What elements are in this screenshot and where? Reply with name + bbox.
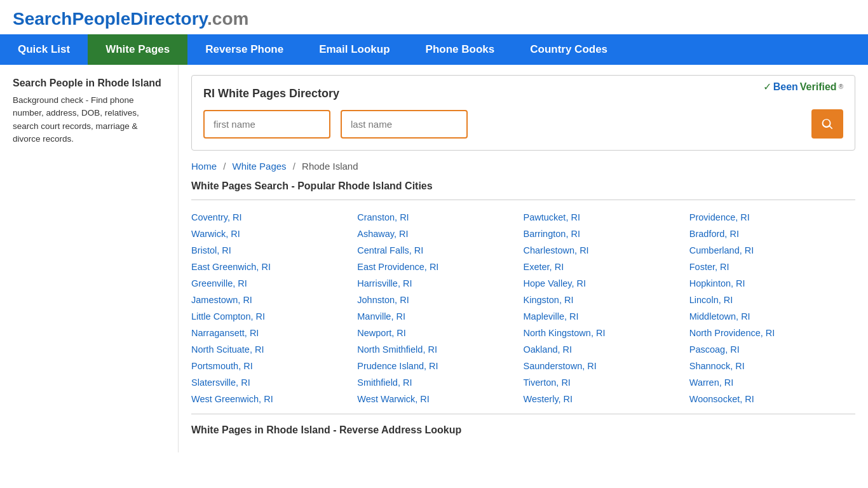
city-link[interactable]: Johnston, RI — [357, 293, 523, 307]
city-link[interactable]: Exeter, RI — [524, 260, 689, 274]
reverse-address-section: White Pages in Rhode Island - Reverse Ad… — [191, 424, 855, 436]
logo-gray: .com — [207, 9, 248, 29]
search-title: RI White Pages Directory — [203, 87, 339, 100]
city-link[interactable]: Providence, RI — [689, 210, 855, 224]
sidebar: Search People in Rhode Island Background… — [0, 65, 178, 452]
city-link[interactable]: Pawtucket, RI — [524, 210, 689, 224]
city-link[interactable]: Newport, RI — [357, 326, 523, 340]
main-nav: Quick List White Pages Reverse Phone Ema… — [0, 34, 868, 65]
city-link[interactable]: Slatersville, RI — [191, 376, 357, 390]
city-link[interactable]: Coventry, RI — [191, 210, 357, 224]
city-link[interactable]: Smithfield, RI — [357, 376, 523, 390]
city-link[interactable]: Pascoag, RI — [689, 342, 855, 356]
city-link[interactable]: Jamestown, RI — [191, 293, 357, 307]
search-form — [203, 109, 843, 139]
city-link[interactable]: Bradford, RI — [689, 227, 855, 241]
city-link[interactable]: Central Falls, RI — [357, 243, 523, 257]
first-name-input[interactable] — [203, 110, 330, 139]
breadcrumb-home[interactable]: Home — [191, 161, 217, 172]
city-link[interactable]: East Greenwich, RI — [191, 260, 357, 274]
city-link[interactable]: Cranston, RI — [357, 210, 523, 224]
city-link[interactable]: Narragansett, RI — [191, 326, 357, 340]
city-link[interactable]: North Providence, RI — [689, 326, 855, 340]
city-link[interactable]: Oakland, RI — [524, 342, 689, 356]
search-icon — [820, 117, 834, 131]
search-section: RI White Pages Directory ✓BeenVerified® — [191, 75, 855, 151]
city-link[interactable]: Middletown, RI — [689, 309, 855, 323]
nav-country-codes[interactable]: Country Codes — [512, 34, 625, 65]
site-logo[interactable]: SearchPeopleDirectory.com — [13, 9, 855, 29]
city-link[interactable]: Warren, RI — [689, 376, 855, 390]
nav-white-pages[interactable]: White Pages — [88, 34, 187, 65]
city-link[interactable]: North Kingstown, RI — [524, 326, 689, 340]
content-area: RI White Pages Directory ✓BeenVerified® … — [178, 65, 868, 452]
city-link[interactable]: Cumberland, RI — [689, 243, 855, 257]
city-link[interactable]: Woonsocket, RI — [689, 392, 855, 406]
city-link[interactable]: Saunderstown, RI — [524, 359, 689, 373]
reverse-address-title: White Pages in Rhode Island - Reverse Ad… — [191, 424, 855, 436]
logo-blue: SearchPeopleDirectory — [13, 9, 207, 29]
bv-text-been: Been — [773, 81, 798, 93]
city-link[interactable]: Mapleville, RI — [524, 309, 689, 323]
cities-divider — [191, 200, 855, 200]
city-link[interactable]: Charlestown, RI — [524, 243, 689, 257]
sidebar-description: Background check - Find phone number, ad… — [13, 94, 165, 146]
cities-grid: Coventry, RICranston, RIPawtucket, RIPro… — [191, 210, 855, 406]
site-header: SearchPeopleDirectory.com — [0, 0, 868, 34]
city-link[interactable]: Tiverton, RI — [524, 376, 689, 390]
city-link[interactable]: West Warwick, RI — [357, 392, 523, 406]
city-link[interactable]: North Smithfield, RI — [357, 342, 523, 356]
city-link[interactable]: Prudence Island, RI — [357, 359, 523, 373]
main-content: Search People in Rhode Island Background… — [0, 65, 868, 452]
city-link[interactable]: West Greenwich, RI — [191, 392, 357, 406]
city-link[interactable]: Hopkinton, RI — [689, 276, 855, 290]
bv-check-icon: ✓ — [763, 81, 771, 93]
city-link[interactable]: Little Compton, RI — [191, 309, 357, 323]
city-link[interactable]: Ashaway, RI — [357, 227, 523, 241]
city-link[interactable]: Westerly, RI — [524, 392, 689, 406]
breadcrumb-sep2: / — [293, 161, 295, 172]
city-link[interactable]: Kingston, RI — [524, 293, 689, 307]
city-link[interactable]: Lincoln, RI — [689, 293, 855, 307]
breadcrumb-white-pages[interactable]: White Pages — [233, 161, 287, 172]
city-link[interactable]: Shannock, RI — [689, 359, 855, 373]
city-link[interactable]: Bristol, RI — [191, 243, 357, 257]
nav-quick-list[interactable]: Quick List — [0, 34, 88, 65]
breadcrumb: Home / White Pages / Rhode Island — [191, 161, 855, 172]
been-verified-logo: ✓BeenVerified® — [763, 81, 843, 93]
city-link[interactable]: Barrington, RI — [524, 227, 689, 241]
city-link[interactable]: Portsmouth, RI — [191, 359, 357, 373]
nav-reverse-phone[interactable]: Reverse Phone — [187, 34, 301, 65]
nav-email-lookup[interactable]: Email Lookup — [301, 34, 407, 65]
sidebar-heading: Search People in Rhode Island — [13, 78, 165, 89]
bv-text-verified: Verified — [800, 81, 837, 93]
city-link[interactable]: East Providence, RI — [357, 260, 523, 274]
search-button[interactable] — [811, 109, 843, 139]
breadcrumb-current: Rhode Island — [302, 161, 358, 172]
last-name-input[interactable] — [341, 110, 468, 139]
city-link[interactable]: Manville, RI — [357, 309, 523, 323]
bottom-divider — [191, 414, 855, 414]
city-link[interactable]: Greenville, RI — [191, 276, 357, 290]
city-link[interactable]: Foster, RI — [689, 260, 855, 274]
bv-registered: ® — [839, 83, 843, 90]
nav-phone-books[interactable]: Phone Books — [408, 34, 513, 65]
city-link[interactable]: Hope Valley, RI — [524, 276, 689, 290]
cities-section-title: White Pages Search - Popular Rhode Islan… — [191, 180, 855, 192]
city-link[interactable]: North Scituate, RI — [191, 342, 357, 356]
city-link[interactable]: Warwick, RI — [191, 227, 357, 241]
cities-section: White Pages Search - Popular Rhode Islan… — [191, 180, 855, 406]
city-link[interactable]: Harrisville, RI — [357, 276, 523, 290]
breadcrumb-sep1: / — [223, 161, 226, 172]
